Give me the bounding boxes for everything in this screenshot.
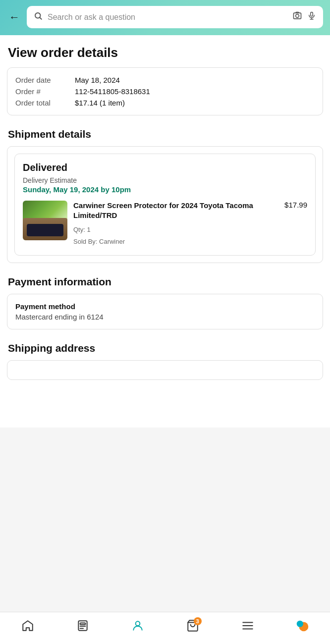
cart-badge: 3	[194, 617, 202, 625]
mic-icon[interactable]	[307, 11, 316, 23]
bottom-navigation: 3	[0, 612, 330, 644]
order-info-card: Order date May 18, 2024 Order # 112-5411…	[7, 67, 323, 115]
page-title: View order details	[0, 35, 330, 67]
order-date-value: May 18, 2024	[75, 76, 120, 84]
nav-orders[interactable]	[72, 619, 94, 635]
order-number-row: Order # 112-5411805-8318631	[15, 87, 315, 96]
order-date-label: Order date	[15, 76, 75, 84]
shipment-outer-card: Delivered Delivery Estimate Sunday, May …	[7, 146, 323, 263]
product-name[interactable]: Carwiner Screen Protector for 2024 Toyot…	[73, 201, 284, 221]
shipping-address-card	[7, 360, 323, 380]
payment-method-label: Payment method	[15, 302, 315, 311]
shipping-address-section-title: Shipping address	[0, 337, 330, 360]
menu-icon	[241, 619, 254, 635]
order-date-row: Order date May 18, 2024	[15, 76, 315, 84]
payment-card: Payment method Mastercard ending in 6124	[7, 294, 323, 329]
product-row: Carwiner Screen Protector for 2024 Toyot…	[23, 201, 307, 247]
product-top-row: Carwiner Screen Protector for 2024 Toyot…	[73, 201, 307, 223]
payment-method-value: Mastercard ending in 6124	[15, 313, 315, 321]
product-qty: Qty: 1	[73, 225, 307, 235]
product-sold-by: Sold By: Carwiner	[73, 237, 307, 247]
shipment-inner-card: Delivered Delivery Estimate Sunday, May …	[14, 154, 316, 256]
header: ← Search or ask a question	[0, 0, 330, 35]
camera-icon[interactable]	[292, 11, 302, 23]
ai-icon	[295, 618, 310, 636]
account-icon	[131, 619, 144, 635]
shipment-section-title: Shipment details	[0, 123, 330, 146]
search-bar[interactable]: Search or ask a question	[27, 6, 323, 28]
payment-section-title: Payment information	[0, 271, 330, 294]
home-icon	[21, 619, 34, 635]
product-image[interactable]	[23, 201, 67, 240]
search-placeholder-text: Search or ask a question	[48, 13, 287, 22]
svg-point-17	[296, 621, 303, 627]
svg-line-1	[40, 17, 41, 19]
orders-icon	[76, 619, 89, 635]
nav-ai[interactable]	[292, 618, 314, 636]
svg-rect-4	[311, 12, 313, 16]
order-total-value: $17.14 (1 item)	[75, 99, 125, 107]
back-button[interactable]: ←	[7, 9, 22, 26]
product-price: $17.99	[284, 201, 307, 209]
order-total-row: Order total $17.14 (1 item)	[15, 99, 315, 107]
product-details: Carwiner Screen Protector for 2024 Toyot…	[73, 201, 307, 247]
nav-cart[interactable]: 3	[182, 619, 204, 635]
svg-point-11	[135, 621, 140, 626]
svg-rect-7	[78, 621, 87, 631]
svg-point-3	[296, 14, 299, 18]
delivery-estimate-label: Delivery Estimate	[23, 176, 307, 184]
delivery-estimate-date: Sunday, May 19, 2024 by 10pm	[23, 185, 307, 194]
order-total-label: Order total	[15, 99, 75, 107]
order-number-label: Order #	[15, 87, 75, 96]
nav-menu[interactable]	[237, 619, 259, 635]
search-icon	[34, 11, 43, 23]
delivery-status-badge: Delivered	[23, 162, 307, 173]
nav-home[interactable]	[17, 619, 39, 635]
svg-rect-8	[80, 623, 85, 625]
nav-account[interactable]	[127, 619, 149, 635]
main-content: View order details Order date May 18, 20…	[0, 35, 330, 428]
order-number-value: 112-5411805-8318631	[75, 87, 150, 96]
